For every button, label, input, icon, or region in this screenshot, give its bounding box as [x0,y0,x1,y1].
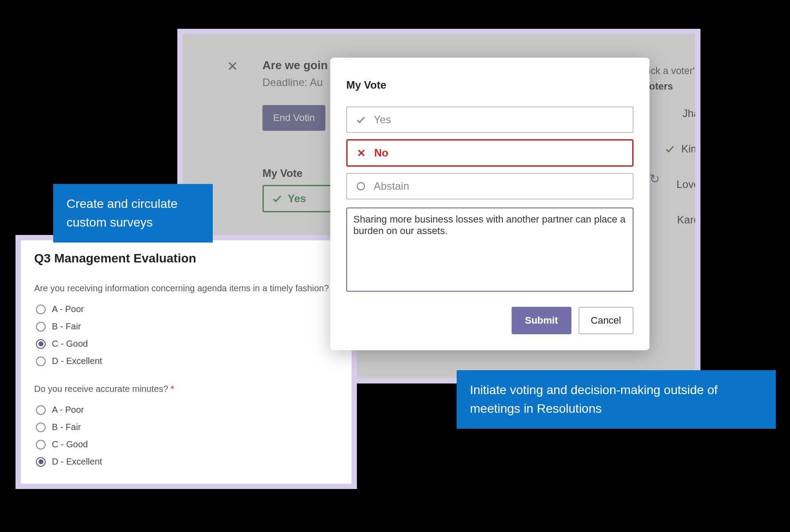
cancel-button[interactable]: Cancel [579,307,634,334]
circle-icon [355,181,367,191]
vote-option-abstain[interactable]: Abstain [346,173,634,200]
survey-question: Are you receiving information concerning… [34,283,338,293]
vote-option-label: Yes [374,113,391,126]
submit-button[interactable]: Submit [512,307,571,334]
survey-option-label: B - Fair [52,321,81,332]
survey-frame: Q3 Management Evaluation Are you receivi… [16,235,357,489]
survey-panel: Q3 Management Evaluation Are you receivi… [21,240,352,484]
voter-name: Love [677,178,695,191]
voter-row[interactable]: Jha [682,107,695,120]
radio-icon [36,339,46,349]
survey-option[interactable]: B - Fair [34,318,338,335]
survey-question-text: Do you receive accurate minutes? [34,384,168,394]
survey-option[interactable]: B - Fair [34,419,338,436]
my-vote-heading: My Vote [262,167,302,180]
resolution-deadline: Deadline: Au [262,76,323,89]
callout-voting: Initiate voting and decision-making outs… [457,370,776,429]
voter-name: Kare [677,214,695,226]
survey-option[interactable]: A - Poor [34,401,338,419]
modal-title: My Vote [346,79,634,91]
radio-icon [36,305,46,314]
voter-row[interactable]: Kare [677,214,695,226]
required-mark: * [171,384,174,394]
vote-option-label: No [374,147,388,159]
radio-icon [36,422,46,432]
voter-name: Kim [681,143,695,155]
survey-question-text: Are you receiving information concerning… [34,283,329,293]
modal-actions: Submit Cancel [346,307,634,334]
check-icon [665,144,675,154]
my-vote-modal: My Vote Yes No Abstain Submit Cancel [330,58,649,350]
vote-option-yes[interactable]: Yes [346,106,634,133]
survey-option[interactable]: C - Good [34,436,338,453]
survey-option[interactable]: A - Poor [34,301,338,318]
survey-title: Q3 Management Evaluation [34,251,338,266]
voter-name: Jha [682,107,695,120]
survey-option-label: C - Good [52,439,88,450]
check-icon [272,193,282,204]
survey-option-label: A - Poor [52,304,84,314]
close-icon [356,148,367,158]
survey-option-label: D - Excellent [52,457,102,467]
radio-icon [36,457,46,467]
survey-option[interactable]: D - Excellent [34,352,338,370]
radio-icon [36,356,46,366]
end-voting-button[interactable]: End Votin [262,105,325,131]
radio-icon [36,405,46,415]
resolution-question-title: Are we goin [262,59,328,72]
svg-point-2 [357,183,365,190]
voter-row[interactable]: Love [677,178,695,191]
radio-icon [36,322,46,332]
survey-option-label: A - Poor [52,405,84,415]
my-vote-yes-label: Yes [288,192,306,205]
close-icon[interactable]: ✕ [227,59,238,74]
vote-option-label: Abstain [374,180,409,192]
callout-surveys: Create and circulate custom surveys [53,184,213,243]
vote-comment-input[interactable] [346,207,634,292]
survey-question: Do you receive accurate minutes? * [34,384,338,394]
survey-option-label: B - Fair [52,422,81,432]
survey-option-label: C - Good [52,339,88,349]
survey-option-label: D - Excellent [52,356,102,366]
survey-option[interactable]: D - Excellent [34,453,338,470]
refresh-icon[interactable]: ↻ [649,172,660,186]
radio-icon [36,440,46,450]
check-icon [355,114,367,125]
vote-option-no[interactable]: No [346,139,634,167]
voter-row[interactable]: Kim [665,143,695,155]
survey-option[interactable]: C - Good [34,335,338,352]
